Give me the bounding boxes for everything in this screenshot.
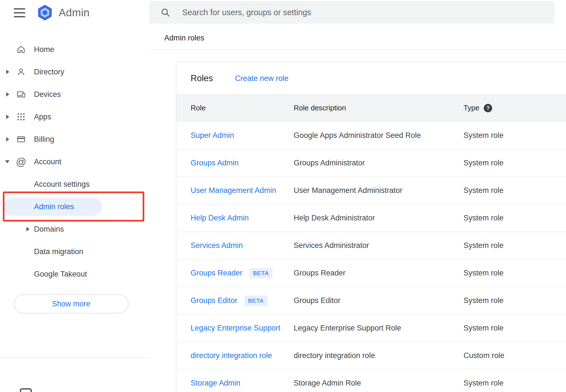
table-row: Groups Admin Groups Administrator System… — [176, 149, 566, 177]
billing-icon — [16, 135, 26, 144]
role-description: Groups Administrator — [294, 159, 464, 167]
beta-badge: BETA — [249, 268, 273, 279]
sidebar-item-label: Home — [34, 45, 54, 54]
brand-row: Admin — [0, 0, 149, 25]
role-description: Google Apps Administrator Seed Role — [294, 131, 464, 140]
card-header: Roles Create new role — [176, 62, 566, 94]
sidebar-item-google-takeout[interactable]: Google Takeout — [0, 263, 149, 285]
role-type: System role — [464, 186, 566, 195]
sidebar-item-data-migration[interactable]: Data migration — [0, 240, 149, 263]
column-header-role-description: Role description — [294, 104, 464, 112]
chevron-right-icon — [6, 137, 9, 142]
role-link[interactable]: Groups Reader — [191, 269, 243, 277]
column-header-type-label: Type — [464, 104, 479, 112]
apps-icon — [16, 112, 26, 122]
role-description: Groups Editor — [294, 296, 464, 305]
role-description: Help Desk Administrator — [294, 214, 464, 222]
sidebar-item-label: Billing — [34, 135, 54, 144]
role-type: System role — [464, 296, 566, 305]
role-description: directory integration role — [294, 351, 464, 360]
role-link[interactable]: Storage Admin — [191, 379, 240, 388]
roles-card: Roles Create new role Role Role descript… — [176, 62, 566, 392]
search-icon — [160, 7, 170, 17]
header-divider — [149, 49, 566, 50]
sidebar-item-label: Domains — [34, 225, 64, 234]
brand[interactable]: Admin — [36, 3, 90, 22]
table-row: Groups Reader BETA Groups Reader System … — [176, 259, 566, 287]
search-input[interactable] — [182, 8, 554, 17]
role-type: System role — [464, 324, 566, 332]
chevron-right-icon — [6, 115, 9, 119]
role-link[interactable]: Groups Admin — [191, 159, 239, 167]
table-row: directory integration role directory int… — [176, 342, 566, 370]
role-link[interactable]: Super Admin — [191, 131, 234, 140]
table-row: Super Admin Google Apps Administrator Se… — [176, 122, 566, 149]
sidebar-item-admin-roles[interactable]: Admin roles — [0, 195, 149, 218]
sidebar-item-home[interactable]: Home — [0, 38, 149, 61]
admin-logo-icon — [36, 3, 54, 22]
sidebar-nav: Home Directory Devices — [0, 38, 149, 313]
role-link[interactable]: Help Desk Admin — [191, 214, 249, 222]
role-type: System role — [464, 131, 566, 140]
brand-name: Admin — [59, 7, 90, 19]
table-row: User Management Admin User Management Ad… — [176, 177, 566, 204]
table-row: Help Desk Admin Help Desk Administrator … — [176, 204, 566, 232]
sidebar-item-label: Account — [34, 158, 61, 166]
sidebar-item-account-settings[interactable]: Account settings — [0, 173, 149, 195]
role-type: System role — [464, 379, 566, 388]
role-type: Custom role — [464, 351, 566, 360]
sidebar-item-label: Account settings — [34, 180, 90, 189]
sidebar-item-label: Data migration — [34, 247, 83, 256]
table-row: Services Admin Services Administrator Sy… — [176, 232, 566, 259]
chevron-right-icon — [6, 70, 9, 74]
role-description: Storage Admin Role — [294, 379, 464, 388]
chevron-right-icon — [6, 92, 9, 97]
home-icon — [16, 45, 26, 54]
directory-icon — [16, 67, 26, 77]
role-link[interactable]: User Management Admin — [191, 186, 276, 195]
sidebar: Admin Home Directory — [0, 0, 149, 392]
sidebar-item-label: Devices — [34, 90, 61, 99]
role-link[interactable]: directory integration role — [191, 351, 272, 360]
role-link[interactable]: Services Admin — [191, 241, 243, 250]
sidebar-item-directory[interactable]: Directory — [0, 61, 149, 83]
show-more-button[interactable]: Show more — [14, 294, 129, 313]
sidebar-item-domains[interactable]: Domains — [0, 218, 149, 240]
table-row: Groups Editor BETA Groups Editor System … — [176, 287, 566, 314]
sidebar-item-label: Apps — [34, 113, 51, 121]
sidebar-item-label: Admin roles — [34, 202, 74, 211]
sidebar-bottom-divider — [0, 357, 149, 358]
table-row: Storage Admin Storage Admin Role System … — [176, 370, 566, 392]
role-description: Services Administrator — [294, 241, 464, 250]
devices-icon — [16, 90, 26, 99]
table-header-row: Role Role description Type ? — [176, 94, 566, 122]
role-description: Groups Reader — [294, 269, 464, 277]
help-icon[interactable]: ? — [484, 104, 492, 112]
role-link[interactable]: Groups Editor — [191, 296, 238, 305]
chevron-right-icon — [26, 227, 29, 231]
breadcrumb: Admin roles — [164, 34, 204, 42]
menu-icon[interactable] — [14, 8, 25, 17]
card-title: Roles — [191, 73, 213, 83]
truncated-bottom-icon — [20, 388, 32, 392]
column-header-role: Role — [191, 104, 294, 112]
table-row: Legacy Enterprise Support Legacy Enterpr… — [176, 314, 566, 342]
column-header-type: Type ? — [464, 104, 566, 112]
role-type: System role — [464, 241, 566, 250]
sidebar-item-devices[interactable]: Devices — [0, 83, 149, 106]
role-description: Legacy Enterprise Support Role — [294, 324, 464, 332]
role-type: System role — [464, 269, 566, 277]
role-type: System role — [464, 214, 566, 222]
create-new-role-link[interactable]: Create new role — [235, 74, 289, 83]
role-type: System role — [464, 159, 566, 167]
role-link[interactable]: Legacy Enterprise Support — [191, 324, 280, 332]
sidebar-item-billing[interactable]: Billing — [0, 128, 149, 151]
role-description: User Management Administrator — [294, 186, 464, 195]
sidebar-item-account[interactable]: @ Account — [0, 151, 149, 173]
beta-badge: BETA — [244, 295, 268, 306]
sidebar-item-label: Directory — [34, 68, 64, 76]
sidebar-item-label: Google Takeout — [34, 270, 87, 279]
sidebar-item-apps[interactable]: Apps — [0, 106, 149, 128]
search-bar[interactable] — [149, 1, 554, 24]
main-content: Admin roles Roles Create new role Role R… — [149, 0, 566, 392]
